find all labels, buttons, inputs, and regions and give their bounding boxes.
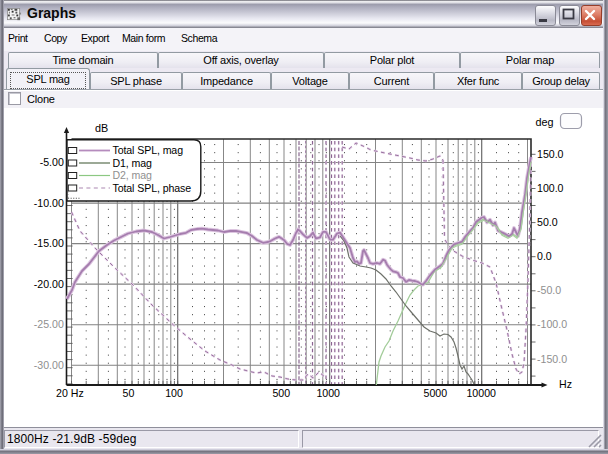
svg-text:D2, mag: D2, mag [113,169,153,181]
svg-text:dB: dB [95,122,108,134]
svg-text:5000: 5000 [424,387,448,399]
svg-text:-15.00: -15.00 [34,237,64,249]
svg-text:100: 100 [165,387,183,399]
svg-text:100.0: 100.0 [537,182,564,194]
svg-text:-30.00: -30.00 [34,359,64,371]
svg-text:20 Hz: 20 Hz [56,387,84,399]
svg-text:Total SPL, mag: Total SPL, mag [113,144,184,156]
svg-text:deg: deg [536,116,554,128]
svg-text:-10.00: -10.00 [34,197,64,209]
svg-text:Total SPL, phase: Total SPL, phase [113,182,192,194]
svg-text:-150.0: -150.0 [537,353,567,365]
svg-text:1000: 1000 [316,387,340,399]
svg-text:10000: 10000 [466,387,496,399]
svg-text:150.0: 150.0 [537,148,564,160]
svg-text:-5.00: -5.00 [40,156,64,168]
svg-text:50.0: 50.0 [537,216,558,228]
svg-text:Hz: Hz [559,378,572,390]
svg-text:-25.00: -25.00 [34,318,64,330]
svg-text:-20.00: -20.00 [34,278,64,290]
svg-text:50: 50 [123,387,135,399]
svg-text:500: 500 [272,387,290,399]
svg-text:-50.0: -50.0 [537,284,561,296]
svg-text:-100.0: -100.0 [537,318,567,330]
svg-text:D1, mag: D1, mag [113,157,153,169]
svg-text:0.0: 0.0 [537,250,552,262]
